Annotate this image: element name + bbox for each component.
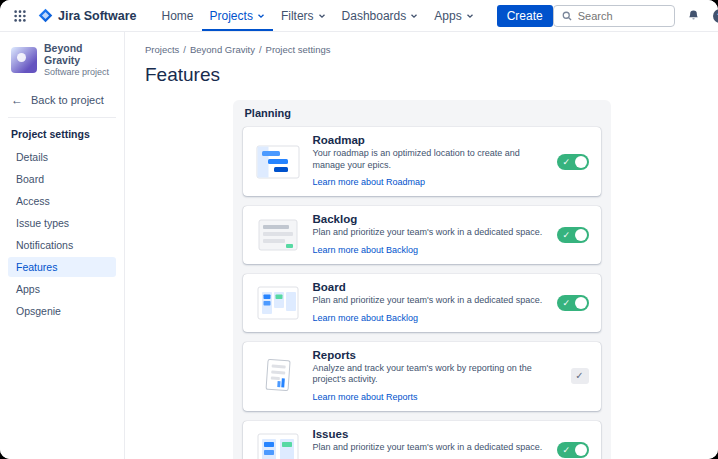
toggle-knob: [575, 229, 587, 241]
breadcrumb-project-settings[interactable]: Project settings: [266, 44, 331, 55]
feature-learn-more-link[interactable]: Learn more about Backlog: [313, 245, 419, 255]
toggle-knob: [575, 156, 587, 168]
chevron-down-icon: [318, 12, 326, 20]
nav-item-filters[interactable]: Filters: [273, 0, 334, 31]
planning-panel: Planning Roadmap Your r: [233, 100, 611, 459]
breadcrumb-project-name[interactable]: Beyond Gravity: [190, 44, 255, 55]
nav-item-home[interactable]: Home: [154, 0, 202, 31]
project-header[interactable]: Beyond Gravity Software project: [8, 42, 116, 77]
nav-item-label: Filters: [281, 9, 314, 23]
search-icon: [561, 10, 573, 22]
create-button[interactable]: Create: [497, 5, 553, 27]
nav-item-label: Projects: [210, 9, 253, 23]
feature-learn-more-link[interactable]: Learn more about Backlog: [313, 313, 419, 323]
feature-description: Plan and prioritize your team's work in …: [313, 295, 545, 307]
feature-title: Reports: [313, 349, 559, 361]
check-icon: ✓: [563, 443, 571, 457]
backlog-toggle[interactable]: ✓: [557, 227, 589, 243]
sidebar-item-notifications[interactable]: Notifications: [8, 235, 116, 255]
feature-text: Roadmap Your roadmap is an optimized loc…: [313, 134, 545, 189]
planning-panel-header: Planning: [233, 100, 611, 127]
nav-item-projects[interactable]: Projects: [202, 0, 273, 31]
project-sidebar: Beyond Gravity Software project ← Back t…: [0, 32, 125, 459]
nav-item-label: Dashboards: [342, 9, 407, 23]
sidebar-section-title: Project settings: [11, 128, 113, 140]
issues-illustration: [255, 431, 301, 459]
backlog-illustration: [255, 216, 301, 254]
feature-description: Plan and prioritize your team's work in …: [313, 442, 545, 454]
sidebar-divider: [8, 117, 116, 118]
toggle-knob: [575, 297, 587, 309]
feature-card-issues: Issues Plan and prioritize your team's w…: [243, 421, 601, 459]
page-title: Features: [145, 64, 698, 86]
nav-item-dashboards[interactable]: Dashboards: [334, 0, 427, 31]
feature-description: Plan and prioritize your team's work in …: [313, 227, 545, 239]
main-menu: Home Projects Filters Dashboards: [154, 0, 482, 31]
project-name: Beyond Gravity: [44, 42, 113, 66]
jira-home-link[interactable]: Jira Software: [37, 8, 137, 24]
roadmap-toggle[interactable]: ✓: [557, 154, 589, 170]
feature-title: Backlog: [313, 213, 545, 225]
feature-card-board: Board Plan and prioritize your team's wo…: [243, 274, 601, 332]
app-window: Jira Software Home Projects Filters: [0, 0, 718, 459]
reports-toggle[interactable]: ✓: [571, 368, 589, 384]
sidebar-item-features[interactable]: Features: [8, 257, 116, 277]
nav-item-label: Apps: [434, 9, 461, 23]
top-navbar: Jira Software Home Projects Filters: [0, 0, 718, 32]
feature-description: Your roadmap is an optimized location to…: [313, 148, 545, 171]
sidebar-item-access[interactable]: Access: [8, 191, 116, 211]
jira-logo-icon: [37, 8, 53, 24]
search-box[interactable]: [553, 5, 675, 27]
feature-text: Backlog Plan and prioritize your team's …: [313, 213, 545, 257]
feature-learn-more-link[interactable]: Learn more about Reports: [313, 392, 418, 402]
project-meta: Beyond Gravity Software project: [44, 42, 113, 77]
breadcrumb-separator: /: [259, 44, 262, 55]
reports-illustration: [255, 357, 301, 395]
main-content: Projects / Beyond Gravity / Project sett…: [125, 32, 718, 459]
issues-toggle[interactable]: ✓: [557, 442, 589, 458]
check-icon: ✓: [563, 228, 571, 242]
search-input[interactable]: [578, 10, 667, 22]
project-type: Software project: [44, 67, 113, 77]
breadcrumb-projects[interactable]: Projects: [145, 44, 179, 55]
help-icon[interactable]: ?: [713, 9, 718, 23]
check-icon: ✓: [563, 155, 571, 169]
feature-description: Analyze and track your team's work by re…: [313, 363, 559, 386]
back-arrow-icon: ←: [11, 94, 23, 106]
feature-card-reports: Reports Analyze and track your team's wo…: [243, 342, 601, 411]
notifications-icon[interactable]: [684, 6, 704, 26]
breadcrumb-separator: /: [183, 44, 186, 55]
toggle-knob: [575, 444, 587, 456]
feature-title: Issues: [313, 428, 545, 440]
board-illustration: [255, 284, 301, 322]
sidebar-item-details[interactable]: Details: [8, 147, 116, 167]
breadcrumb: Projects / Beyond Gravity / Project sett…: [145, 44, 698, 55]
back-to-project-label: Back to project: [31, 94, 104, 106]
roadmap-illustration: [255, 143, 301, 181]
app-switcher-icon[interactable]: [10, 6, 30, 26]
nav-item-apps[interactable]: Apps: [426, 0, 481, 31]
navbar-left: Jira Software Home Projects Filters: [10, 0, 553, 31]
nav-item-label: Home: [162, 9, 194, 23]
feature-title: Roadmap: [313, 134, 545, 146]
project-avatar-icon: [11, 47, 37, 73]
back-to-project-button[interactable]: ← Back to project: [8, 91, 116, 109]
feature-text: Reports Analyze and track your team's wo…: [313, 349, 559, 404]
sidebar-item-opsgenie[interactable]: Opsgenie: [8, 301, 116, 321]
feature-learn-more-link[interactable]: Learn more about Roadmap: [313, 177, 426, 187]
chevron-down-icon: [257, 12, 265, 20]
feature-text: Board Plan and prioritize your team's wo…: [313, 281, 545, 325]
chevron-down-icon: [466, 12, 474, 20]
feature-card-roadmap: Roadmap Your roadmap is an optimized loc…: [243, 127, 601, 196]
sidebar-item-board[interactable]: Board: [8, 169, 116, 189]
chevron-down-icon: [410, 12, 418, 20]
feature-title: Board: [313, 281, 545, 293]
sidebar-item-issue-types[interactable]: Issue types: [8, 213, 116, 233]
feature-text: Issues Plan and prioritize your team's w…: [313, 428, 545, 459]
check-icon: ✓: [563, 296, 571, 310]
navbar-right: ?: [553, 5, 718, 27]
board-toggle[interactable]: ✓: [557, 295, 589, 311]
check-icon: ✓: [575, 371, 583, 381]
sidebar-item-apps[interactable]: Apps: [8, 279, 116, 299]
app-name: Jira Software: [58, 9, 137, 23]
